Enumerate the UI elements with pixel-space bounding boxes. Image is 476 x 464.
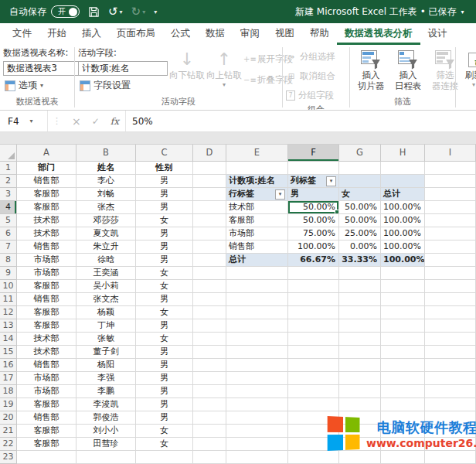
select-all-corner[interactable] [0, 145, 17, 162]
tab-帮助[interactable]: 帮助 [302, 23, 337, 45]
field-settings-button[interactable]: 字段设置 [78, 78, 168, 93]
cell-G1[interactable] [339, 162, 381, 175]
cell-E14[interactable] [226, 333, 288, 346]
cell-I19[interactable] [425, 398, 476, 411]
cell-E20[interactable] [226, 411, 288, 425]
cell-C18[interactable]: 男 [136, 385, 193, 398]
cell-C8[interactable]: 男 [136, 254, 193, 267]
cell-G4[interactable]: 50.00% [339, 201, 381, 214]
row-header-18[interactable]: 18 [0, 385, 17, 398]
cell-D11[interactable] [193, 293, 226, 306]
cell-G11[interactable] [339, 293, 381, 306]
cell-F12[interactable] [288, 306, 339, 319]
cell-C13[interactable]: 男 [136, 319, 193, 333]
cell-C2[interactable]: 男 [136, 175, 193, 188]
selected-cell-F4[interactable]: 50.00% [288, 201, 339, 214]
cell-G7[interactable]: 0.00% [339, 241, 381, 254]
cell-C1[interactable]: 性别 [136, 162, 193, 175]
cell-G2[interactable] [339, 175, 381, 188]
cell-D4[interactable] [193, 201, 226, 214]
autosave-toggle[interactable]: 开 [51, 5, 80, 18]
cell-H5[interactable]: 100.00% [381, 214, 425, 227]
column-header-F[interactable]: F [288, 145, 339, 162]
row-header-11[interactable]: 11 [0, 293, 17, 306]
cell-A4[interactable]: 客服部 [17, 201, 76, 214]
name-box[interactable]: F4 ▾ [0, 111, 48, 131]
row-header-20[interactable]: 20 [0, 411, 17, 425]
cell-H18[interactable] [381, 385, 425, 398]
row-header-4[interactable]: 4 [0, 201, 17, 214]
cell-A16[interactable]: 销售部 [17, 359, 76, 372]
cell-C14[interactable]: 女 [136, 333, 193, 346]
cell-I9[interactable] [425, 267, 476, 280]
cell-E8[interactable]: 总计 [226, 254, 288, 267]
cell-C22[interactable]: 女 [136, 438, 193, 451]
cell-D5[interactable] [193, 214, 226, 227]
tab-插入[interactable]: 插入 [74, 23, 109, 45]
cell-H13[interactable] [381, 319, 425, 333]
cell-A23[interactable] [17, 451, 76, 464]
drill-down-button[interactable]: ↓ 向下钻取 [169, 47, 205, 81]
cell-G15[interactable] [339, 346, 381, 359]
cell-D14[interactable] [193, 333, 226, 346]
cell-C16[interactable]: 男 [136, 359, 193, 372]
cell-A21[interactable]: 客服部 [17, 425, 76, 438]
cell-I15[interactable] [425, 346, 476, 359]
cell-C4[interactable]: 男 [136, 201, 193, 214]
cell-F11[interactable] [288, 293, 339, 306]
cell-E1[interactable] [226, 162, 288, 175]
cell-D9[interactable] [193, 267, 226, 280]
cell-E21[interactable] [226, 425, 288, 438]
cell-C20[interactable]: 男 [136, 411, 193, 425]
row-header-16[interactable]: 16 [0, 359, 17, 372]
cell-B18[interactable]: 李鹏 [76, 385, 136, 398]
cell-C10[interactable]: 女 [136, 280, 193, 293]
cell-H10[interactable] [381, 280, 425, 293]
cell-I1[interactable] [425, 162, 476, 175]
cell-G23[interactable] [339, 451, 381, 464]
cell-F15[interactable] [288, 346, 339, 359]
row-header-7[interactable]: 7 [0, 241, 17, 254]
column-header-I[interactable]: I [425, 145, 476, 162]
cell-B12[interactable]: 杨颖 [76, 306, 136, 319]
cell-E17[interactable] [226, 372, 288, 385]
tab-设计[interactable]: 设计 [420, 23, 455, 45]
cell-I4[interactable] [425, 201, 476, 214]
cell-C7[interactable]: 男 [136, 241, 193, 254]
column-header-D[interactable]: D [193, 145, 226, 162]
cell-F17[interactable] [288, 372, 339, 385]
cell-A7[interactable]: 销售部 [17, 241, 76, 254]
cell-A13[interactable]: 客服部 [17, 319, 76, 333]
cell-F2[interactable]: 列标签▾ [288, 175, 339, 188]
cell-A11[interactable]: 销售部 [17, 293, 76, 306]
cell-I12[interactable] [425, 306, 476, 319]
cell-D3[interactable] [193, 188, 226, 201]
cell-A9[interactable]: 市场部 [17, 267, 76, 280]
cell-G6[interactable]: 25.00% [339, 227, 381, 241]
cell-B5[interactable]: 邓莎莎 [76, 214, 136, 227]
cell-E23[interactable] [226, 451, 288, 464]
cell-G18[interactable] [339, 385, 381, 398]
drill-up-button[interactable]: ↑ 向上钻取 ▾ [206, 47, 242, 88]
cell-D2[interactable] [193, 175, 226, 188]
column-header-G[interactable]: G [339, 145, 381, 162]
customize-quick-access-button[interactable]: ▾ [154, 9, 156, 15]
cell-E18[interactable] [226, 385, 288, 398]
cell-B19[interactable]: 李浚凯 [76, 398, 136, 411]
row-header-10[interactable]: 10 [0, 280, 17, 293]
cell-C3[interactable]: 男 [136, 188, 193, 201]
cell-I3[interactable] [425, 188, 476, 201]
cell-I13[interactable] [425, 319, 476, 333]
cell-F10[interactable] [288, 280, 339, 293]
group-field-button[interactable]: 7 分组字段 [286, 88, 335, 103]
row-header-1[interactable]: 1 [0, 162, 17, 175]
cell-D7[interactable] [193, 241, 226, 254]
cell-F23[interactable] [288, 451, 339, 464]
column-header-B[interactable]: B [76, 145, 136, 162]
cell-F5[interactable]: 50.00% [288, 214, 339, 227]
cell-I14[interactable] [425, 333, 476, 346]
column-header-A[interactable]: A [17, 145, 76, 162]
window-title[interactable]: 新建 Microsoft Excel 工作表 • 已保存 ▾ [295, 0, 464, 23]
cell-H3[interactable]: 总计 [381, 188, 425, 201]
cell-B17[interactable]: 李强 [76, 372, 136, 385]
